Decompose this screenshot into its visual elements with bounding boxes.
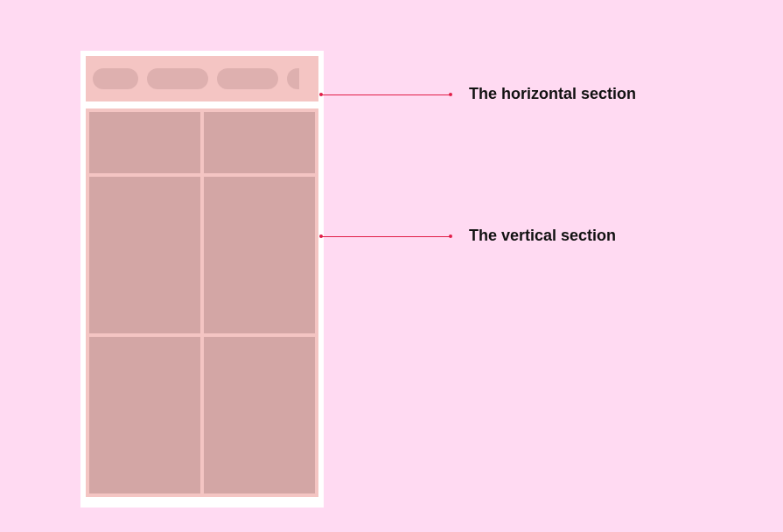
content-cell: [89, 337, 200, 494]
callout-label-vertical: The vertical section: [469, 227, 616, 245]
content-cell: [204, 177, 315, 333]
nav-pill: [147, 68, 208, 89]
vertical-section: [86, 108, 318, 497]
callout-dot-icon: [449, 93, 452, 96]
content-cell: [89, 177, 200, 333]
nav-pill: [217, 68, 278, 89]
horizontal-section: [86, 56, 318, 102]
content-cell: [89, 112, 200, 173]
callout-line-icon: [321, 94, 451, 95]
callout-label-horizontal: The horizontal section: [469, 85, 636, 103]
callout-line-icon: [321, 236, 451, 237]
nav-pill-partial: [287, 68, 299, 89]
content-cell: [204, 337, 315, 494]
content-cell: [204, 112, 315, 173]
callout-dot-icon: [449, 234, 452, 238]
device-frame: [80, 51, 324, 508]
nav-pill: [93, 68, 138, 89]
